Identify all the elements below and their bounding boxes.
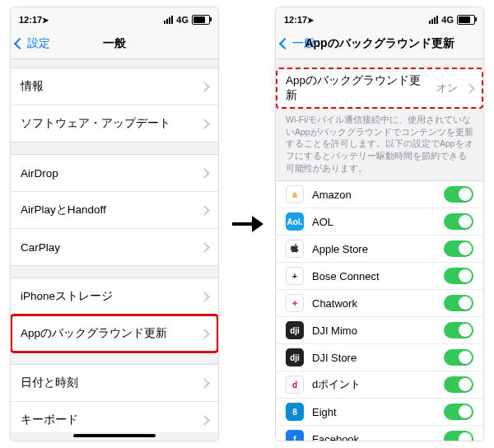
svg-marker-1 <box>252 216 263 232</box>
settings-row[interactable]: CarPlay <box>11 228 218 266</box>
app-icon: Aol. <box>286 212 304 231</box>
app-row[interactable]: ✦Chatwork <box>276 290 483 317</box>
chevron-right-icon <box>199 292 210 302</box>
settings-row[interactable]: 日付と時刻 <box>11 364 218 401</box>
app-name: dポイント <box>312 377 436 392</box>
home-indicator[interactable] <box>73 434 156 437</box>
network-label: 4G <box>176 15 189 25</box>
app-row[interactable]: Aol.AOL <box>276 208 483 236</box>
app-toggle[interactable] <box>444 376 473 393</box>
chevron-right-icon <box>199 378 210 389</box>
app-name: Amazon <box>312 189 436 201</box>
app-icon: a <box>286 185 304 203</box>
app-name: AOL <box>312 216 436 228</box>
chevron-left-icon <box>281 37 291 50</box>
master-toggle-row[interactable]: Appのバックグラウンド更新 オン <box>276 68 483 109</box>
row-label: AirDrop <box>21 167 193 180</box>
chevron-right-icon <box>199 205 210 216</box>
back-button[interactable]: 一般 <box>281 36 315 51</box>
app-icon <box>286 240 304 258</box>
app-row[interactable]: Apple Store <box>276 236 483 263</box>
row-label: Appのバックグラウンド更新 <box>21 326 193 341</box>
app-icon: f <box>286 430 304 441</box>
flow-arrow-icon <box>231 212 263 236</box>
chevron-right-icon <box>199 415 210 426</box>
battery-icon <box>457 15 475 25</box>
app-row[interactable]: fFacebook <box>276 426 483 441</box>
app-name: DJI Store <box>312 352 436 364</box>
master-value: オン <box>436 81 458 96</box>
app-row[interactable]: djiDJI Mimo <box>276 317 483 344</box>
app-toggle[interactable] <box>444 404 473 420</box>
app-row[interactable]: ddポイント <box>276 371 483 399</box>
nav-bar: 設定 一般 <box>11 29 218 59</box>
row-label: CarPlay <box>21 241 193 254</box>
row-label: AirPlayとHandoff <box>21 203 193 217</box>
network-label: 4G <box>441 15 454 25</box>
app-icon: ✦ <box>286 294 304 312</box>
chevron-right-icon <box>199 168 210 179</box>
location-icon: ➤ <box>42 16 49 25</box>
app-row[interactable]: 8Eight <box>276 399 483 426</box>
app-toggle[interactable] <box>444 268 473 284</box>
app-icon: + <box>286 267 304 285</box>
settings-row[interactable]: AirDrop <box>11 154 218 191</box>
app-refresh-list[interactable]: Appのバックグラウンド更新 オン Wi-Fi/モバイル通信接続中に、使用されて… <box>276 59 483 441</box>
signal-icon <box>429 16 438 24</box>
app-toggle[interactable] <box>444 322 473 338</box>
app-toggle[interactable] <box>444 295 473 311</box>
back-label: 設定 <box>27 36 50 51</box>
row-label: ソフトウェア・アップデート <box>21 116 193 131</box>
battery-icon <box>192 15 210 25</box>
row-label: キーボード <box>21 413 193 427</box>
app-name: Facebook <box>312 433 436 441</box>
chevron-right-icon <box>199 119 210 129</box>
app-icon: dji <box>286 348 304 366</box>
chevron-right-icon <box>199 329 210 339</box>
app-name: Eight <box>312 406 436 418</box>
app-toggle[interactable] <box>444 431 473 441</box>
app-toggle[interactable] <box>444 186 473 203</box>
app-icon: dji <box>286 321 304 339</box>
right-phone: 12:17 ➤ 4G 一般 Appのバックグラウンド更新 Appのバックグラウン… <box>275 7 484 441</box>
app-name: Apple Store <box>312 243 436 255</box>
status-bar: 12:17 ➤ 4G <box>276 7 483 29</box>
app-name: Chatwork <box>312 297 436 310</box>
app-row[interactable]: +Bose Connect <box>276 263 483 290</box>
back-label: 一般 <box>292 36 315 51</box>
settings-row[interactable]: 情報 <box>11 68 218 105</box>
app-icon: d <box>286 376 304 394</box>
signal-icon <box>164 16 173 24</box>
chevron-left-icon <box>16 37 26 50</box>
settings-row[interactable]: キーボード <box>11 401 218 432</box>
settings-row[interactable]: ソフトウェア・アップデート <box>11 105 218 142</box>
app-icon: 8 <box>286 403 304 421</box>
settings-row[interactable]: Appのバックグラウンド更新 <box>11 315 218 352</box>
status-bar: 12:17 ➤ 4G <box>11 7 218 29</box>
row-label: 日付と時刻 <box>21 376 193 390</box>
status-time: 12:17 <box>284 15 307 25</box>
status-time: 12:17 <box>19 15 42 25</box>
settings-list[interactable]: 情報ソフトウェア・アップデートAirDropAirPlayとHandoffCar… <box>11 59 218 432</box>
location-icon: ➤ <box>307 16 314 25</box>
section-footnote: Wi-Fi/モバイル通信接続中に、使用されていないAppがバックグラウンドでコン… <box>276 109 483 175</box>
app-toggle[interactable] <box>444 349 473 366</box>
settings-row[interactable]: AirPlayとHandoff <box>11 191 218 228</box>
row-label: 情報 <box>21 79 193 94</box>
app-row[interactable]: djiDJI Store <box>276 344 483 371</box>
row-label: iPhoneストレージ <box>21 289 193 304</box>
app-name: DJI Mimo <box>312 324 436 337</box>
chevron-right-icon <box>199 242 210 253</box>
app-name: Bose Connect <box>312 270 436 282</box>
app-row[interactable]: aAmazon <box>276 180 483 208</box>
back-button[interactable]: 設定 <box>16 36 50 51</box>
settings-row[interactable]: iPhoneストレージ <box>11 278 218 315</box>
app-toggle[interactable] <box>444 240 473 257</box>
chevron-right-icon <box>199 82 210 92</box>
app-toggle[interactable] <box>444 213 473 230</box>
master-label: Appのバックグラウンド更新 <box>286 73 428 103</box>
chevron-right-icon <box>464 83 475 94</box>
nav-bar: 一般 Appのバックグラウンド更新 <box>276 29 483 59</box>
left-phone: 12:17 ➤ 4G 設定 一般 情報ソフトウェア・アップデートAirDropA… <box>10 7 219 441</box>
